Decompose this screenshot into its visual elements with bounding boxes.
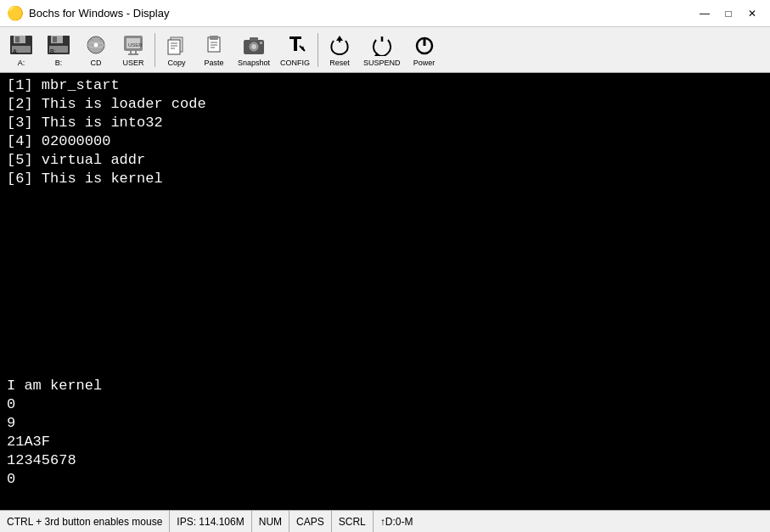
config-icon bbox=[282, 33, 309, 57]
floppy-b-icon: B: bbox=[45, 33, 72, 57]
svg-rect-25 bbox=[210, 36, 218, 40]
id-text: ↑D:0-M bbox=[380, 516, 413, 528]
toolbar-config[interactable]: CONFIG bbox=[276, 30, 314, 70]
toolbar-suspend[interactable]: SUSPEND bbox=[359, 30, 405, 70]
svg-rect-34 bbox=[289, 36, 301, 39]
user-icon: USER bbox=[120, 33, 147, 57]
toolbar-power[interactable]: Power bbox=[407, 30, 442, 70]
title-controls: — □ ✕ bbox=[694, 5, 763, 22]
scrl-text: SCRL bbox=[339, 516, 366, 528]
toolbar-copy[interactable]: Copy bbox=[159, 30, 194, 70]
cdrom-icon bbox=[82, 33, 110, 57]
toolbar-paste-label: Paste bbox=[204, 59, 223, 67]
status-mouse-hint: CTRL + 3rd button enables mouse bbox=[0, 511, 170, 532]
status-num: NUM bbox=[252, 511, 289, 532]
toolbar-snapshot[interactable]: Snapshot bbox=[233, 30, 274, 70]
copy-icon bbox=[163, 33, 190, 57]
svg-point-31 bbox=[251, 44, 256, 49]
svg-point-11 bbox=[93, 42, 98, 48]
toolbar-floppy-b-label: B: bbox=[55, 59, 63, 67]
svg-text:USER: USER bbox=[128, 42, 143, 48]
toolbar-paste[interactable]: Paste bbox=[196, 30, 232, 70]
svg-text:A:: A: bbox=[13, 48, 19, 54]
svg-marker-38 bbox=[336, 36, 343, 41]
display-content: [1] mbr_start [2] This is loader code [3… bbox=[7, 76, 763, 489]
display-area[interactable]: [1] mbr_start [2] This is loader code [3… bbox=[0, 73, 770, 510]
maximize-button[interactable]: □ bbox=[717, 5, 739, 22]
toolbar-user-label: USER bbox=[122, 59, 143, 67]
minimize-button[interactable]: — bbox=[694, 5, 716, 22]
separator-2 bbox=[318, 33, 318, 67]
paste-icon bbox=[200, 33, 228, 57]
toolbar-user[interactable]: USER USER bbox=[115, 30, 151, 70]
status-bar: CTRL + 3rd button enables mouse IPS: 114… bbox=[0, 510, 770, 532]
power-icon bbox=[411, 33, 438, 57]
toolbar-cdrom-label: CD bbox=[91, 59, 102, 67]
title-text: Bochs for Windows - Display bbox=[29, 7, 169, 20]
status-caps: CAPS bbox=[289, 511, 332, 532]
app-icon: 🟡 bbox=[7, 5, 24, 21]
toolbar-cdrom[interactable]: CD bbox=[78, 30, 114, 70]
toolbar-power-label: Power bbox=[413, 59, 436, 67]
toolbar-copy-label: Copy bbox=[167, 59, 185, 67]
title-left: 🟡 Bochs for Windows - Display bbox=[7, 5, 169, 21]
title-bar: 🟡 Bochs for Windows - Display — □ ✕ bbox=[0, 0, 770, 27]
ips-text: IPS: 114.106M bbox=[177, 516, 244, 528]
svg-text:B:: B: bbox=[50, 48, 56, 54]
svg-rect-7 bbox=[53, 36, 57, 42]
num-text: NUM bbox=[259, 516, 282, 528]
snapshot-icon bbox=[240, 33, 267, 57]
toolbar-config-label: CONFIG bbox=[280, 59, 310, 67]
toolbar-floppy-a-label: A: bbox=[18, 59, 25, 67]
toolbar-snapshot-label: Snapshot bbox=[238, 59, 270, 67]
toolbar-floppy-a[interactable]: A: A: bbox=[3, 30, 39, 70]
svg-rect-35 bbox=[294, 39, 297, 51]
svg-rect-33 bbox=[260, 42, 262, 44]
floppy-a-icon: A: bbox=[8, 33, 35, 57]
toolbar-suspend-label: SUSPEND bbox=[363, 59, 401, 67]
toolbar-floppy-b[interactable]: B: B: bbox=[41, 30, 76, 70]
svg-rect-20 bbox=[168, 40, 180, 54]
status-ips: IPS: 114.106M bbox=[170, 511, 251, 532]
toolbar-reset[interactable]: Reset bbox=[322, 30, 357, 70]
svg-rect-32 bbox=[250, 37, 258, 41]
status-id: ↑D:0-M bbox=[374, 511, 420, 532]
close-button[interactable]: ✕ bbox=[741, 5, 763, 22]
suspend-icon bbox=[368, 33, 396, 57]
svg-rect-2 bbox=[15, 36, 20, 42]
toolbar-reset-label: Reset bbox=[329, 59, 350, 67]
status-scrl: SCRL bbox=[332, 511, 374, 532]
toolbar: A: A: B: B: bbox=[0, 27, 770, 73]
caps-text: CAPS bbox=[296, 516, 324, 528]
separator-1 bbox=[155, 33, 155, 67]
reset-icon bbox=[326, 33, 353, 57]
mouse-hint-text: CTRL + 3rd button enables mouse bbox=[7, 516, 162, 528]
